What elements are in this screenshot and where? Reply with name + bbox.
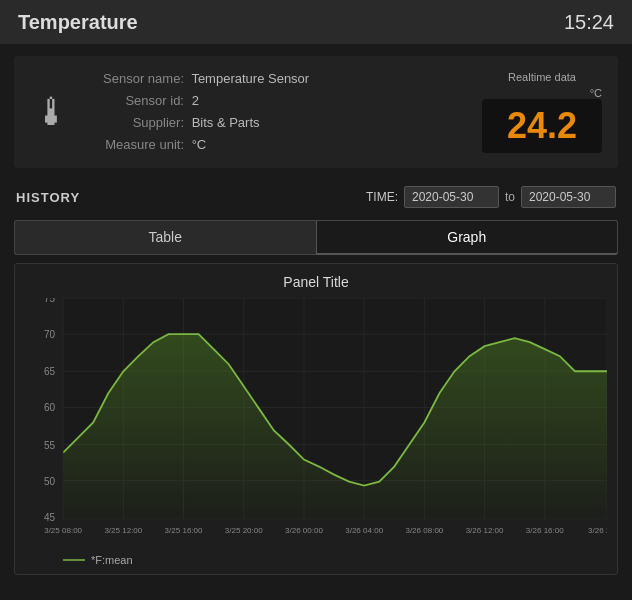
realtime-unit: °C (482, 87, 602, 99)
measure-value: °C (192, 137, 207, 152)
legend-label: *F:mean (91, 554, 133, 566)
supplier-label: Supplier: (94, 112, 184, 134)
svg-text:70: 70 (44, 330, 56, 341)
svg-text:60: 60 (44, 403, 56, 414)
svg-text:3/25 16:00: 3/25 16:00 (165, 526, 203, 535)
sensor-supplier-row: Supplier: Bits & Parts (94, 112, 462, 134)
time-from-input[interactable] (404, 186, 499, 208)
sensor-info: Sensor name: Temperature Sensor Sensor i… (94, 68, 462, 156)
sensor-name-label: Sensor name: (94, 68, 184, 90)
history-label: HISTORY (16, 190, 86, 205)
chart-svg: 75 70 65 60 55 50 45 3/25 08:00 3/25 12:… (25, 298, 607, 549)
tab-graph[interactable]: Graph (316, 220, 619, 255)
svg-text:3/26 20:00: 3/26 20:00 (588, 526, 607, 535)
legend-line-icon (63, 559, 85, 561)
sensor-card: 🌡 Sensor name: Temperature Sensor Sensor… (14, 56, 618, 168)
realtime-box: Realtime data °C 24.2 (482, 71, 602, 153)
time-label: TIME: (366, 190, 398, 204)
svg-text:3/26 00:00: 3/26 00:00 (285, 526, 323, 535)
svg-text:3/25 20:00: 3/25 20:00 (225, 526, 263, 535)
svg-text:3/26 04:00: 3/26 04:00 (345, 526, 383, 535)
history-row: HISTORY TIME: to (0, 180, 632, 214)
supplier-value: Bits & Parts (192, 115, 260, 130)
sensor-name-value: Temperature Sensor (191, 71, 309, 86)
header-time: 15:24 (564, 11, 614, 34)
chart-container: Panel Title (14, 263, 618, 575)
svg-text:3/26 12:00: 3/26 12:00 (466, 526, 504, 535)
sensor-id-value: 2 (192, 93, 199, 108)
sensor-id-row: Sensor id: 2 (94, 90, 462, 112)
realtime-value: 24.2 (482, 99, 602, 153)
tabs-row: Table Graph (14, 220, 618, 255)
sensor-measure-row: Measure unit: °C (94, 134, 462, 156)
svg-text:3/25 12:00: 3/25 12:00 (104, 526, 142, 535)
svg-text:3/26 16:00: 3/26 16:00 (526, 526, 564, 535)
chart-title: Panel Title (25, 274, 607, 290)
svg-text:45: 45 (44, 512, 56, 523)
thermometer-icon: 🌡 (30, 91, 74, 134)
time-to-input[interactable] (521, 186, 616, 208)
svg-text:75: 75 (44, 298, 56, 304)
sensor-name-row: Sensor name: Temperature Sensor (94, 68, 462, 90)
svg-text:65: 65 (44, 367, 56, 378)
measure-label: Measure unit: (94, 134, 184, 156)
time-to-text: to (505, 190, 515, 204)
realtime-label: Realtime data (482, 71, 602, 83)
svg-text:3/25 08:00: 3/25 08:00 (44, 526, 82, 535)
sensor-id-label: Sensor id: (94, 90, 184, 112)
time-section: TIME: to (366, 186, 616, 208)
svg-text:3/26 08:00: 3/26 08:00 (405, 526, 443, 535)
tab-table[interactable]: Table (14, 220, 316, 255)
app-header: Temperature 15:24 (0, 0, 632, 44)
svg-text:55: 55 (44, 440, 56, 451)
svg-text:50: 50 (44, 476, 56, 487)
page-title: Temperature (18, 11, 138, 34)
chart-svg-wrapper: 75 70 65 60 55 50 45 3/25 08:00 3/25 12:… (25, 298, 607, 549)
chart-legend: *F:mean (25, 554, 607, 566)
